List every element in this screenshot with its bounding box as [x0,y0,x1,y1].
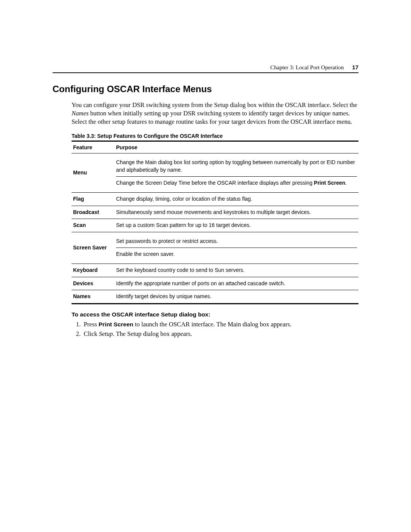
purpose-cell: Change display, timing, color or locatio… [115,193,358,206]
th-feature: Feature [72,141,115,153]
section-title: Configuring OSCAR Interface Menus [53,84,358,94]
intro-pre: You can configure your DSR switching sys… [72,101,357,109]
table-row: DevicesIdentify the appropriate number o… [72,277,358,290]
intro-em: Names [72,110,89,117]
feature-cell: Screen Saver [72,232,115,264]
table-caption: Table 3.3: Setup Features to Configure t… [72,133,358,139]
features-table: Feature Purpose MenuChange the Main dial… [72,141,358,304]
purpose-cell: Set passwords to protect or restrict acc… [115,232,358,264]
feature-cell: Flag [72,193,115,206]
page: Chapter 3: Local Port Operation 17 Confi… [0,0,411,532]
list-item: Press Print Screen to launch the OSCAR i… [82,320,358,329]
table-row: KeyboardSet the keyboard country code to… [72,264,358,277]
list-item: Click Setup. The Setup dialog box appear… [82,329,358,339]
running-header: Chapter 3: Local Port Operation 17 [270,64,358,71]
header-rule [53,72,358,73]
purpose-cell: Set the keyboard country code to send to… [115,264,358,277]
table-row: BroadcastSimultaneously send mouse movem… [72,206,358,219]
feature-cell: Menu [72,153,115,193]
purpose-cell: Identify the appropriate number of ports… [115,277,358,290]
purpose-cell: Simultaneously send mouse movements and … [115,206,358,219]
purpose-subcell: Change the Screen Delay Time before the … [116,177,357,190]
intro-paragraph: You can configure your DSR switching sys… [72,101,358,126]
page-number: 17 [352,64,358,70]
table-row: NamesIdentify target devices by unique n… [72,290,358,304]
feature-cell: Keyboard [72,264,115,277]
th-purpose: Purpose [115,141,358,153]
purpose-cell: Set up a custom Scan pattern for up to 1… [115,219,358,232]
howto-steps: Press Print Screen to launch the OSCAR i… [72,320,358,339]
feature-cell: Scan [72,219,115,232]
purpose-subcell: Change the Main dialog box list sorting … [116,156,357,177]
table-row: FlagChange display, timing, color or loc… [72,193,358,206]
purpose-cell: Identify target devices by unique names. [115,290,358,304]
purpose-cell: Change the Main dialog box list sorting … [115,153,358,193]
purpose-subcell: Enable the screen saver. [116,248,357,261]
intro-post: button when initially setting up your DS… [72,110,352,125]
chapter-label: Chapter 3: Local Port Operation [270,64,344,70]
table-row: Screen SaverSet passwords to protect or … [72,232,358,264]
feature-cell: Broadcast [72,206,115,219]
feature-cell: Names [72,290,115,304]
feature-cell: Devices [72,277,115,290]
purpose-subcell: Set passwords to protect or restrict acc… [116,235,357,248]
table-row: ScanSet up a custom Scan pattern for up … [72,219,358,232]
howto-title: To access the OSCAR interface Setup dial… [72,311,358,318]
table-row: MenuChange the Main dialog box list sort… [72,153,358,193]
